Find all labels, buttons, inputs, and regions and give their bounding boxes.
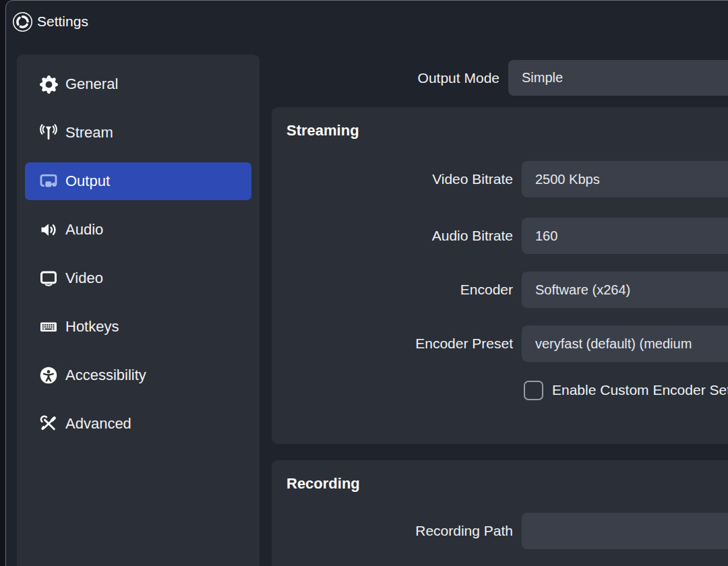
streaming-panel-title: Streaming (286, 122, 359, 139)
settings-sidebar: General Stream (17, 55, 260, 566)
sidebar-item-advanced[interactable]: Advanced (25, 405, 251, 443)
broadcast-icon (38, 123, 59, 143)
sidebar-item-output[interactable]: Output (25, 162, 251, 200)
video-bitrate-input[interactable]: 2500 Kbps (522, 161, 728, 197)
sidebar-item-label: Video (65, 270, 103, 287)
audio-bitrate-label: Audio Bitrate (272, 218, 513, 253)
obs-logo-icon (12, 11, 33, 32)
window-title: Settings (37, 13, 88, 30)
enable-custom-encoder-checkbox[interactable] (524, 381, 543, 400)
screen-record-icon (38, 171, 59, 191)
sidebar-item-label: Accessibility (65, 367, 146, 384)
output-mode-label: Output Mode (272, 60, 499, 96)
speaker-icon (38, 220, 59, 240)
sidebar-item-audio[interactable]: Audio (25, 211, 251, 249)
keyboard-icon (38, 317, 59, 337)
encoder-preset-label: Encoder Preset (272, 325, 513, 361)
sidebar-item-stream[interactable]: Stream (25, 114, 251, 152)
encoder-select[interactable]: Software (x264) (522, 272, 728, 308)
tools-icon (38, 414, 59, 434)
audio-bitrate-select[interactable]: 160 (522, 218, 728, 254)
accessibility-icon (38, 365, 59, 385)
sidebar-item-video[interactable]: Video (25, 259, 251, 297)
sidebar-item-hotkeys[interactable]: Hotkeys (25, 308, 251, 346)
output-mode-select[interactable]: Simple (508, 60, 728, 96)
recording-path-label: Recording Path (272, 513, 513, 548)
recording-panel-title: Recording (286, 475, 360, 493)
sidebar-item-label: Advanced (65, 415, 131, 433)
titlebar: Settings (6, 1, 728, 42)
monitor-icon (38, 268, 59, 288)
sidebar-item-accessibility[interactable]: Accessibility (25, 356, 251, 394)
encoder-label: Encoder (272, 272, 513, 307)
recording-panel: Recording Recording Path (272, 460, 728, 566)
sidebar-item-label: Stream (65, 124, 113, 142)
settings-window: Settings General Stream (5, 0, 728, 566)
sidebar-item-general[interactable]: General (25, 65, 251, 103)
gear-icon (38, 74, 59, 94)
sidebar-item-label: Audio (65, 221, 103, 239)
streaming-panel: Streaming Video Bitrate 2500 Kbps Audio … (272, 107, 728, 444)
video-bitrate-label: Video Bitrate (272, 161, 513, 197)
recording-path-input[interactable] (522, 513, 728, 549)
sidebar-item-label: Output (65, 172, 110, 190)
sidebar-item-label: General (65, 75, 118, 93)
sidebar-item-label: Hotkeys (65, 318, 119, 336)
encoder-preset-select[interactable]: veryfast (default) (medium (522, 325, 728, 362)
enable-custom-encoder-label: Enable Custom Encoder Settings (552, 376, 728, 404)
